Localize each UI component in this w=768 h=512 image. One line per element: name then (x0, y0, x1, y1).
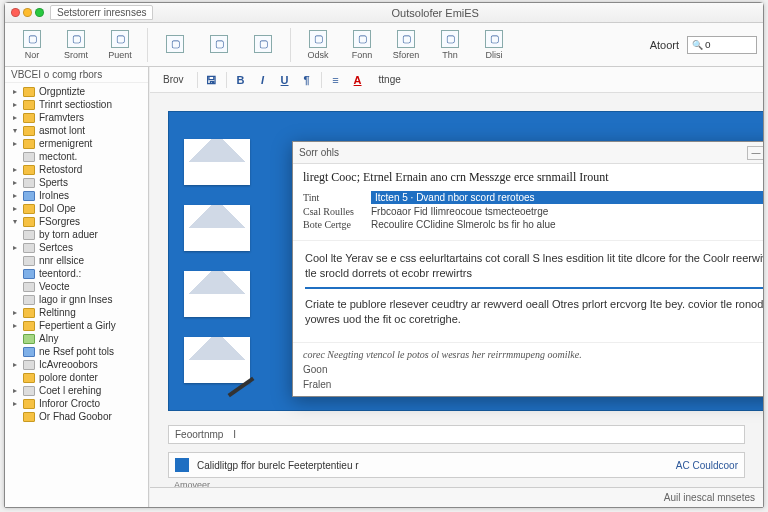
sidebar-item[interactable]: ▸Irolnes (5, 189, 148, 202)
expand-icon[interactable]: ▸ (11, 178, 19, 187)
sidebar-item[interactable]: mectont. (5, 150, 148, 163)
color-icon[interactable]: A (350, 72, 366, 88)
toolbar-button-label: Sforen (393, 50, 420, 60)
sidebar-item[interactable]: Veocte (5, 280, 148, 293)
reply-icon: ▢ (166, 35, 184, 53)
format-more-button[interactable]: ttnge (372, 71, 408, 88)
field-label: Csal Roulles (303, 206, 363, 217)
sidebar-item[interactable]: ▸Orgpntizte (5, 85, 148, 98)
toolbar-print-button[interactable]: ▢Puent (99, 27, 141, 63)
sidebar-item[interactable]: teentord.: (5, 267, 148, 280)
sidebar-item[interactable]: ▸Coet l erehing (5, 384, 148, 397)
bold-icon[interactable]: B (233, 72, 249, 88)
window-title: Outsolofer EmiES (159, 7, 711, 19)
nav-back-button[interactable]: Brov (156, 71, 191, 88)
sidebar-item[interactable]: ▸Sperts (5, 176, 148, 189)
sidebar-item[interactable]: ▸Trinrt sectiostion (5, 98, 148, 111)
toolbar-flag-button[interactable]: ▢Fonn (341, 27, 383, 63)
sidebar-item[interactable]: ▸ermenigrent (5, 137, 148, 150)
folder-icon (23, 139, 35, 149)
search-input[interactable]: o (687, 36, 757, 54)
toolbar-task-button[interactable]: ▢Thn (429, 27, 471, 63)
sidebar-item-label: Reltinng (39, 307, 76, 318)
content-area: Brov 🖫 B I U ¶ ≡ A ttnge (149, 67, 763, 507)
toolbar-new-button[interactable]: ▢Nor (11, 27, 53, 63)
expand-icon[interactable]: ▸ (11, 139, 19, 148)
toolbar-book-button[interactable]: ▢Odsk (297, 27, 339, 63)
new-icon: ▢ (23, 30, 41, 48)
sidebar-item[interactable]: nnr ellsice (5, 254, 148, 267)
maximize-window-button[interactable] (35, 8, 44, 17)
folder-icon (23, 178, 35, 188)
sidebar-item[interactable]: ▾asmot lont (5, 124, 148, 137)
expand-icon[interactable]: ▸ (11, 321, 19, 330)
toolbar-send-button[interactable]: ▢Sromt (55, 27, 97, 63)
folder-icon (23, 295, 35, 305)
expand-icon[interactable]: ▸ (11, 360, 19, 369)
expand-icon[interactable]: ▸ (11, 100, 19, 109)
sidebar-item[interactable]: by torn aduer (5, 228, 148, 241)
envelope-icon (184, 271, 250, 317)
expand-icon[interactable]: ▸ (11, 399, 19, 408)
sidebar-item[interactable]: Or Fhad Goobor (5, 410, 148, 423)
sidebar-item[interactable]: ▸Dol Ope (5, 202, 148, 215)
sidebar-item[interactable]: polore donter (5, 371, 148, 384)
status-label: Feoortnmp (175, 429, 223, 440)
save-icon[interactable]: 🖫 (204, 72, 220, 88)
expand-icon[interactable]: ▾ (11, 126, 19, 135)
toolbar-replyall-button[interactable]: ▢ (198, 32, 240, 58)
header-field-row: TintItcten 5 · Dvand nbor scord rerotoes… (303, 191, 763, 204)
sidebar-item[interactable]: ▸Fepertient a Girly (5, 319, 148, 332)
sidebar-item[interactable]: ▸Framvters (5, 111, 148, 124)
sidebar-item-label: Alny (39, 333, 58, 344)
sidebar-item-label: Fepertient a Girly (39, 320, 116, 331)
close-window-button[interactable] (11, 8, 20, 17)
toolbar-del-button[interactable]: ▢Dlisi (473, 27, 515, 63)
expand-icon[interactable]: ▸ (11, 308, 19, 317)
field-label: Bote Certge (303, 219, 363, 230)
envelope-icon (184, 139, 250, 185)
folder-icon (23, 113, 35, 123)
print-icon: ▢ (111, 30, 129, 48)
sidebar-item[interactable]: ▸Inforor Crocto (5, 397, 148, 410)
toolbar-cal-button[interactable]: ▢Sforen (385, 27, 427, 63)
sidebar-item-label: polore donter (39, 372, 98, 383)
expand-icon[interactable]: ▸ (11, 191, 19, 200)
sidebar-item-label: Trinrt sectiostion (39, 99, 112, 110)
status-bar: Feoortnmp I (168, 425, 745, 444)
divider (305, 287, 763, 289)
expand-icon[interactable]: ▾ (11, 217, 19, 226)
sidebar-item[interactable]: ▾FSorgres (5, 215, 148, 228)
sidebar-item-label: Irolnes (39, 190, 69, 201)
sidebar-item-label: asmot lont (39, 125, 85, 136)
toolbar-button-label: Thn (442, 50, 458, 60)
sidebar-item[interactable]: lago ir gnn Inses (5, 293, 148, 306)
envelope-icons (184, 139, 250, 383)
underline-icon[interactable]: U (277, 72, 293, 88)
alignment-icon[interactable]: ≡ (328, 72, 344, 88)
expand-icon[interactable]: ▸ (11, 204, 19, 213)
expand-icon[interactable]: ▸ (11, 386, 19, 395)
sidebar-item[interactable]: ▸Retostord (5, 163, 148, 176)
expand-icon[interactable]: ▸ (11, 113, 19, 122)
sidebar-item[interactable]: ▸IcAvreoobors (5, 358, 148, 371)
attachment-row[interactable]: Calidlitgp ffor burelc Feeterptentieu r … (168, 452, 745, 478)
field-label: Tint (303, 192, 363, 203)
minimize-window-button[interactable] (23, 8, 32, 17)
dialog-minimize-button[interactable]: — (747, 146, 763, 160)
format-icon[interactable]: ¶ (299, 72, 315, 88)
sidebar-item[interactable]: Alny (5, 332, 148, 345)
italic-icon[interactable]: I (255, 72, 271, 88)
expand-icon[interactable]: ▸ (11, 87, 19, 96)
sidebar-item[interactable]: ▸Reltinng (5, 306, 148, 319)
toolbar-reply-button[interactable]: ▢ (154, 32, 196, 58)
sidebar-item[interactable]: ne Rsef poht tols (5, 345, 148, 358)
sidebar-item-label: Sertces (39, 242, 73, 253)
titlebar-tab[interactable]: Setstorerr inresnses (50, 5, 153, 20)
toolbar-forward-button[interactable]: ▢ (242, 32, 284, 58)
expand-icon[interactable]: ▸ (11, 165, 19, 174)
sidebar-item[interactable]: ▸Sertces (5, 241, 148, 254)
folder-icon (23, 308, 35, 318)
folder-icon (23, 204, 35, 214)
expand-icon[interactable]: ▸ (11, 243, 19, 252)
